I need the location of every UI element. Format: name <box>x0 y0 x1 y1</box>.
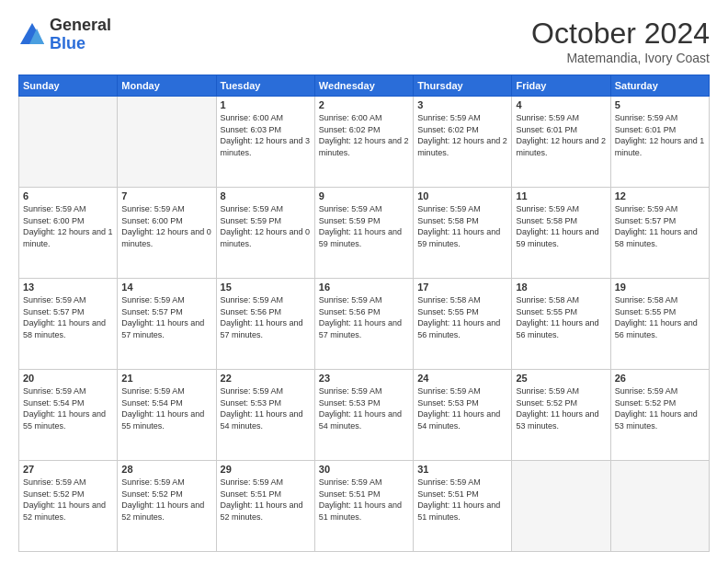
logo-general: General <box>50 17 111 35</box>
day-info: Sunrise: 5:59 AM Sunset: 6:00 PM Dayligh… <box>121 203 211 249</box>
day-info: Sunrise: 5:59 AM Sunset: 5:53 PM Dayligh… <box>221 385 311 431</box>
day-number: 11 <box>516 190 606 201</box>
calendar-cell: 19Sunrise: 5:58 AM Sunset: 5:55 PM Dayli… <box>610 279 709 370</box>
day-number: 9 <box>319 190 409 201</box>
col-header-wednesday: Wednesday <box>314 75 413 97</box>
day-info: Sunrise: 5:59 AM Sunset: 6:00 PM Dayligh… <box>23 203 113 249</box>
day-info: Sunrise: 5:59 AM Sunset: 5:57 PM Dayligh… <box>121 294 211 340</box>
calendar-cell <box>610 461 709 552</box>
day-number: 29 <box>221 464 311 475</box>
day-number: 27 <box>23 464 113 475</box>
calendar-cell: 2Sunrise: 6:00 AM Sunset: 6:02 PM Daylig… <box>314 97 413 188</box>
calendar-cell: 17Sunrise: 5:58 AM Sunset: 5:55 PM Dayli… <box>414 279 512 370</box>
day-info: Sunrise: 5:59 AM Sunset: 6:01 PM Dayligh… <box>516 112 606 158</box>
col-header-saturday: Saturday <box>610 75 709 97</box>
calendar-cell: 23Sunrise: 5:59 AM Sunset: 5:53 PM Dayli… <box>314 370 413 461</box>
calendar-cell: 5Sunrise: 5:59 AM Sunset: 6:01 PM Daylig… <box>610 97 709 188</box>
day-info: Sunrise: 5:59 AM Sunset: 5:58 PM Dayligh… <box>516 203 606 249</box>
header: General Blue October 2024 Matemandia, Iv… <box>18 17 710 65</box>
title-area: October 2024 Matemandia, Ivory Coast <box>531 17 710 65</box>
col-header-monday: Monday <box>118 75 216 97</box>
calendar-table: SundayMondayTuesdayWednesdayThursdayFrid… <box>18 75 710 552</box>
day-info: Sunrise: 6:00 AM Sunset: 6:02 PM Dayligh… <box>319 112 409 158</box>
day-number: 28 <box>121 464 211 475</box>
calendar-cell: 6Sunrise: 5:59 AM Sunset: 6:00 PM Daylig… <box>19 188 118 279</box>
calendar-cell: 12Sunrise: 5:59 AM Sunset: 5:57 PM Dayli… <box>610 188 709 279</box>
day-number: 2 <box>319 99 409 110</box>
calendar-cell: 22Sunrise: 5:59 AM Sunset: 5:53 PM Dayli… <box>216 370 314 461</box>
col-header-thursday: Thursday <box>414 75 512 97</box>
calendar-cell: 29Sunrise: 5:59 AM Sunset: 5:51 PM Dayli… <box>216 461 314 552</box>
calendar-cell: 30Sunrise: 5:59 AM Sunset: 5:51 PM Dayli… <box>314 461 413 552</box>
day-info: Sunrise: 5:59 AM Sunset: 6:02 PM Dayligh… <box>417 112 507 158</box>
calendar-cell: 27Sunrise: 5:59 AM Sunset: 5:52 PM Dayli… <box>19 461 118 552</box>
calendar-cell: 18Sunrise: 5:58 AM Sunset: 5:55 PM Dayli… <box>512 279 610 370</box>
day-number: 25 <box>516 373 606 384</box>
day-number: 23 <box>319 373 409 384</box>
month-title: October 2024 <box>531 17 710 51</box>
day-number: 5 <box>615 99 705 110</box>
day-info: Sunrise: 5:59 AM Sunset: 5:52 PM Dayligh… <box>516 385 606 431</box>
logo-text: General Blue <box>50 17 111 53</box>
day-info: Sunrise: 6:00 AM Sunset: 6:03 PM Dayligh… <box>221 112 311 158</box>
col-header-friday: Friday <box>512 75 610 97</box>
day-info: Sunrise: 5:59 AM Sunset: 5:53 PM Dayligh… <box>319 385 409 431</box>
day-info: Sunrise: 5:59 AM Sunset: 5:56 PM Dayligh… <box>319 294 409 340</box>
day-number: 3 <box>417 99 507 110</box>
calendar-cell: 11Sunrise: 5:59 AM Sunset: 5:58 PM Dayli… <box>512 188 610 279</box>
calendar-cell: 26Sunrise: 5:59 AM Sunset: 5:52 PM Dayli… <box>610 370 709 461</box>
day-number: 8 <box>221 190 311 201</box>
day-info: Sunrise: 5:59 AM Sunset: 5:59 PM Dayligh… <box>221 203 311 249</box>
day-info: Sunrise: 5:58 AM Sunset: 5:55 PM Dayligh… <box>417 294 507 340</box>
calendar-cell: 28Sunrise: 5:59 AM Sunset: 5:52 PM Dayli… <box>118 461 216 552</box>
location: Matemandia, Ivory Coast <box>531 51 710 65</box>
day-number: 1 <box>221 99 311 110</box>
day-info: Sunrise: 5:59 AM Sunset: 5:56 PM Dayligh… <box>221 294 311 340</box>
day-number: 21 <box>121 373 211 384</box>
calendar-row-1: 6Sunrise: 5:59 AM Sunset: 6:00 PM Daylig… <box>19 188 710 279</box>
logo-icon <box>18 21 46 49</box>
calendar-row-2: 13Sunrise: 5:59 AM Sunset: 5:57 PM Dayli… <box>19 279 710 370</box>
day-info: Sunrise: 5:59 AM Sunset: 5:57 PM Dayligh… <box>615 203 705 249</box>
calendar-cell <box>512 461 610 552</box>
day-info: Sunrise: 5:59 AM Sunset: 5:52 PM Dayligh… <box>121 477 211 523</box>
day-info: Sunrise: 5:59 AM Sunset: 5:52 PM Dayligh… <box>615 385 705 431</box>
day-number: 31 <box>417 464 507 475</box>
calendar-row-3: 20Sunrise: 5:59 AM Sunset: 5:54 PM Dayli… <box>19 370 710 461</box>
calendar-cell: 21Sunrise: 5:59 AM Sunset: 5:54 PM Dayli… <box>118 370 216 461</box>
calendar-cell: 7Sunrise: 5:59 AM Sunset: 6:00 PM Daylig… <box>118 188 216 279</box>
day-number: 24 <box>417 373 507 384</box>
day-info: Sunrise: 5:59 AM Sunset: 5:54 PM Dayligh… <box>121 385 211 431</box>
calendar-cell: 16Sunrise: 5:59 AM Sunset: 5:56 PM Dayli… <box>314 279 413 370</box>
day-number: 26 <box>615 373 705 384</box>
day-number: 19 <box>615 282 705 293</box>
calendar-cell <box>118 97 216 188</box>
day-number: 22 <box>221 373 311 384</box>
calendar-cell: 1Sunrise: 6:00 AM Sunset: 6:03 PM Daylig… <box>216 97 314 188</box>
calendar-cell: 25Sunrise: 5:59 AM Sunset: 5:52 PM Dayli… <box>512 370 610 461</box>
day-info: Sunrise: 5:59 AM Sunset: 6:01 PM Dayligh… <box>615 112 705 158</box>
day-info: Sunrise: 5:59 AM Sunset: 5:51 PM Dayligh… <box>319 477 409 523</box>
calendar-cell <box>19 97 118 188</box>
calendar-cell: 9Sunrise: 5:59 AM Sunset: 5:59 PM Daylig… <box>314 188 413 279</box>
calendar-cell: 10Sunrise: 5:59 AM Sunset: 5:58 PM Dayli… <box>414 188 512 279</box>
day-number: 30 <box>319 464 409 475</box>
day-number: 20 <box>23 373 113 384</box>
calendar-cell: 20Sunrise: 5:59 AM Sunset: 5:54 PM Dayli… <box>19 370 118 461</box>
day-info: Sunrise: 5:59 AM Sunset: 5:54 PM Dayligh… <box>23 385 113 431</box>
day-number: 12 <box>615 190 705 201</box>
day-info: Sunrise: 5:58 AM Sunset: 5:55 PM Dayligh… <box>615 294 705 340</box>
calendar-cell: 14Sunrise: 5:59 AM Sunset: 5:57 PM Dayli… <box>118 279 216 370</box>
day-info: Sunrise: 5:59 AM Sunset: 5:58 PM Dayligh… <box>417 203 507 249</box>
day-info: Sunrise: 5:59 AM Sunset: 5:59 PM Dayligh… <box>319 203 409 249</box>
logo-blue: Blue <box>50 35 111 53</box>
day-number: 10 <box>417 190 507 201</box>
calendar-cell: 24Sunrise: 5:59 AM Sunset: 5:53 PM Dayli… <box>414 370 512 461</box>
col-header-tuesday: Tuesday <box>216 75 314 97</box>
day-info: Sunrise: 5:59 AM Sunset: 5:57 PM Dayligh… <box>23 294 113 340</box>
day-number: 4 <box>516 99 606 110</box>
day-number: 16 <box>319 282 409 293</box>
day-number: 13 <box>23 282 113 293</box>
calendar-cell: 4Sunrise: 5:59 AM Sunset: 6:01 PM Daylig… <box>512 97 610 188</box>
calendar-row-0: 1Sunrise: 6:00 AM Sunset: 6:03 PM Daylig… <box>19 97 710 188</box>
